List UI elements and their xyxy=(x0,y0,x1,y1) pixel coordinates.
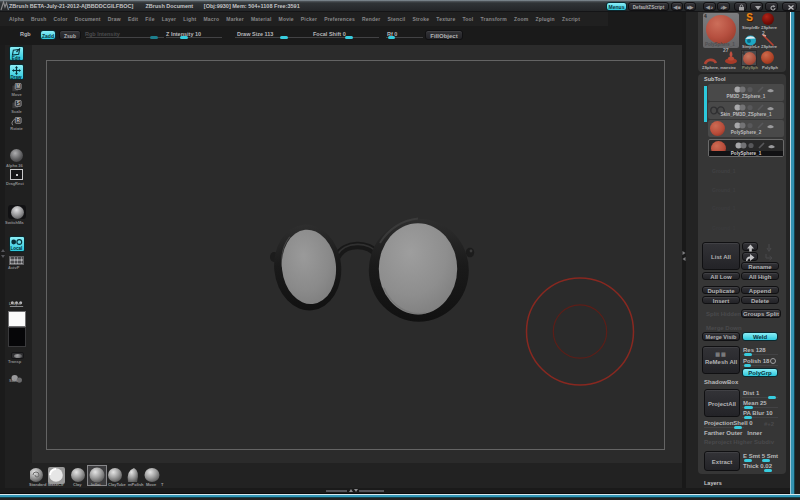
svg-text:S: S xyxy=(17,101,20,106)
svg-text:M: M xyxy=(16,84,20,89)
